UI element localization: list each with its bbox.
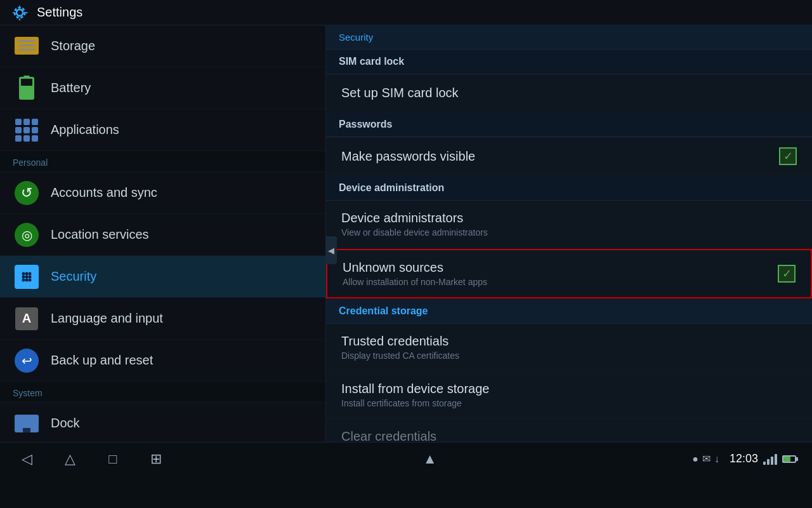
content-section-title: Security (326, 25, 812, 50)
top-bar: Settings (0, 0, 812, 25)
backup-icon: ↩ (13, 347, 41, 375)
sidebar-item-backup-label: Back up and reset (51, 353, 153, 368)
signal-bar-1 (763, 462, 766, 465)
group-sim-card-lock: SIM card lock (326, 50, 812, 74)
signal-bar-2 (767, 459, 769, 465)
up-button[interactable]: ▲ (419, 448, 442, 471)
back-button[interactable]: ◁ (15, 448, 38, 471)
download-icon: ↓ (714, 453, 719, 465)
content-area: Security SIM card lock Set up SIM card l… (326, 25, 812, 475)
qr-button[interactable]: ⊞ (145, 448, 167, 471)
item-unknown-sources-title: Unknown sources (343, 260, 778, 275)
svg-point-10 (25, 278, 29, 281)
item-trusted-cred-title: Trusted credentials (341, 334, 797, 349)
sidebar-item-applications[interactable]: Applications (0, 109, 325, 151)
storage-icon (13, 32, 41, 60)
settings-gear-icon (10, 3, 29, 22)
location-icon: ◎ (13, 221, 41, 249)
sidebar-collapse-arrow[interactable]: ◀ (325, 236, 337, 264)
recents-button[interactable]: □ (102, 448, 124, 471)
item-install-storage-text: Install from device storage Install cert… (341, 382, 797, 408)
section-system: System (0, 382, 325, 403)
dock-icon (13, 410, 41, 438)
svg-point-3 (22, 272, 25, 275)
item-device-admin-title: Device administrators (341, 211, 797, 225)
svg-point-4 (25, 272, 29, 275)
sidebar-item-applications-label: Applications (51, 123, 119, 137)
passwords-visible-checkbox[interactable]: ✓ (779, 147, 797, 165)
group-passwords: Passwords (326, 112, 812, 137)
status-time: 12:03 (730, 452, 758, 465)
battery-icon (13, 74, 41, 102)
sidebar: Storage Battery (0, 25, 326, 475)
circle-icon: ● (692, 453, 698, 465)
accounts-sync-icon: ↺ (13, 179, 41, 207)
svg-point-9 (22, 278, 25, 281)
svg-point-6 (22, 275, 25, 278)
message-icon: ✉ (702, 453, 710, 465)
sidebar-item-accounts-sync[interactable]: ↺ Accounts and sync (0, 172, 325, 214)
status-icons: ● ✉ ↓ (692, 453, 719, 465)
sidebar-item-language[interactable]: A Language and input (0, 298, 325, 340)
item-set-up-sim-title: Set up SIM card lock (341, 86, 797, 100)
security-icon (13, 263, 41, 291)
item-set-up-sim-text: Set up SIM card lock (341, 86, 797, 100)
item-unknown-sources-text: Unknown sources Allow installation of no… (343, 260, 778, 287)
item-trusted-cred-subtitle: Display trusted CA certificates (341, 351, 797, 361)
section-personal: Personal (0, 151, 325, 172)
item-unknown-sources-subtitle: Allow installation of non-Market apps (343, 277, 778, 287)
item-make-passwords-visible[interactable]: Make passwords visible ✓ (326, 137, 812, 176)
sidebar-item-dock[interactable]: Dock (0, 403, 325, 444)
sidebar-item-location[interactable]: ◎ Location services (0, 214, 325, 256)
language-icon: A (13, 305, 41, 333)
svg-point-5 (29, 272, 32, 275)
sidebar-item-accounts-label: Accounts and sync (51, 185, 157, 200)
signal-bars (763, 453, 777, 465)
home-button[interactable]: △ (58, 448, 81, 471)
sidebar-item-storage[interactable]: Storage (0, 25, 325, 67)
item-device-admin-text: Device administrators View or disable de… (341, 211, 797, 237)
app-title: Settings (37, 5, 82, 20)
battery-status-indicator (782, 455, 797, 463)
item-device-admin-subtitle: View or disable device administrators (341, 227, 797, 237)
bottom-nav-left: ◁ △ □ ⊞ (15, 448, 167, 471)
sidebar-item-battery[interactable]: Battery (0, 67, 325, 109)
item-passwords-title: Make passwords visible (341, 149, 779, 164)
signal-bar-3 (771, 457, 773, 465)
svg-point-8 (29, 275, 32, 278)
item-unknown-sources[interactable]: Unknown sources Allow installation of no… (326, 249, 812, 298)
signal-bar-4 (775, 454, 777, 465)
unknown-sources-checkbox[interactable]: ✓ (778, 265, 796, 283)
item-set-up-sim-lock[interactable]: Set up SIM card lock (326, 74, 812, 112)
svg-point-7 (25, 275, 29, 278)
bottom-status-area: ● ✉ ↓ 12:03 (692, 452, 797, 465)
battery-status-body (782, 455, 796, 463)
item-passwords-text: Make passwords visible (341, 149, 779, 164)
applications-icon (13, 116, 41, 144)
item-trusted-cred-text: Trusted credentials Display trusted CA c… (341, 334, 797, 361)
svg-point-11 (29, 278, 32, 281)
battery-status-fill (783, 457, 790, 462)
sidebar-item-security-label: Security (51, 269, 96, 284)
item-install-storage-subtitle: Install certificates from storage (341, 398, 797, 408)
bottom-nav-center: ▲ (419, 448, 442, 471)
sidebar-item-language-label: Language and input (51, 311, 163, 326)
group-credential-storage: Credential storage (326, 299, 812, 324)
group-device-admin: Device administration (326, 176, 812, 201)
sidebar-item-location-label: Location services (51, 227, 149, 242)
bottom-bar: ◁ △ □ ⊞ ▲ ● ✉ ↓ 12:03 (0, 442, 812, 475)
sidebar-item-battery-label: Battery (51, 81, 91, 95)
item-trusted-credentials[interactable]: Trusted credentials Display trusted CA c… (326, 324, 812, 371)
sidebar-item-backup[interactable]: ↩ Back up and reset (0, 340, 325, 382)
item-install-storage-title: Install from device storage (341, 382, 797, 396)
sidebar-item-security[interactable]: Security (0, 256, 325, 298)
svg-point-2 (16, 10, 23, 16)
item-install-from-storage[interactable]: Install from device storage Install cert… (326, 371, 812, 419)
sidebar-item-dock-label: Dock (51, 416, 80, 431)
sidebar-item-storage-label: Storage (51, 39, 95, 53)
item-device-administrators[interactable]: Device administrators View or disable de… (326, 201, 812, 248)
